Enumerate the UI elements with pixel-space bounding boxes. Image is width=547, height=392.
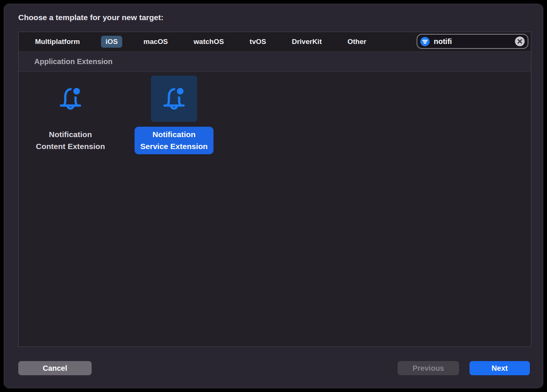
- template-item-notification-service-extension[interactable]: Notification Service Extension: [122, 76, 226, 154]
- template-panel: Multiplatform iOS macOS watchOS tvOS Dri…: [18, 32, 531, 347]
- previous-button[interactable]: Previous: [398, 361, 459, 375]
- tab-driverkit[interactable]: DriverKit: [287, 36, 326, 48]
- bell-badge-icon: [54, 82, 87, 116]
- tab-multiplatform[interactable]: Multiplatform: [31, 36, 84, 48]
- tab-watchos[interactable]: watchOS: [189, 36, 228, 48]
- tab-tvos[interactable]: tvOS: [245, 36, 271, 48]
- clear-search-button[interactable]: [515, 36, 525, 47]
- section-header-application-extension: Application Extension: [19, 52, 531, 72]
- dialog-title: Choose a template for your new target:: [18, 13, 164, 22]
- tab-other[interactable]: Other: [343, 36, 371, 48]
- template-filter-field[interactable]: [417, 34, 528, 49]
- tab-ios[interactable]: iOS: [101, 36, 122, 48]
- template-grid: Notification Content Extension Notificat…: [19, 72, 531, 347]
- filter-icon: [420, 37, 430, 47]
- new-target-template-dialog: Choose a template for your new target: M…: [4, 4, 543, 388]
- tab-macos[interactable]: macOS: [139, 36, 172, 48]
- template-item-notification-content-extension[interactable]: Notification Content Extension: [19, 76, 122, 154]
- template-icon-tile: [47, 76, 94, 122]
- template-label: Notification Service Extension: [135, 127, 214, 154]
- next-button[interactable]: Next: [469, 361, 530, 375]
- template-icon-tile: [151, 76, 197, 122]
- template-label: Notification Content Extension: [30, 127, 111, 154]
- platform-tabbar: Multiplatform iOS macOS watchOS tvOS Dri…: [19, 32, 531, 52]
- cancel-button[interactable]: Cancel: [18, 361, 92, 375]
- bell-badge-icon: [157, 82, 191, 116]
- clear-icon: [515, 36, 525, 47]
- section-title: Application Extension: [34, 57, 113, 66]
- search-input[interactable]: [433, 37, 515, 46]
